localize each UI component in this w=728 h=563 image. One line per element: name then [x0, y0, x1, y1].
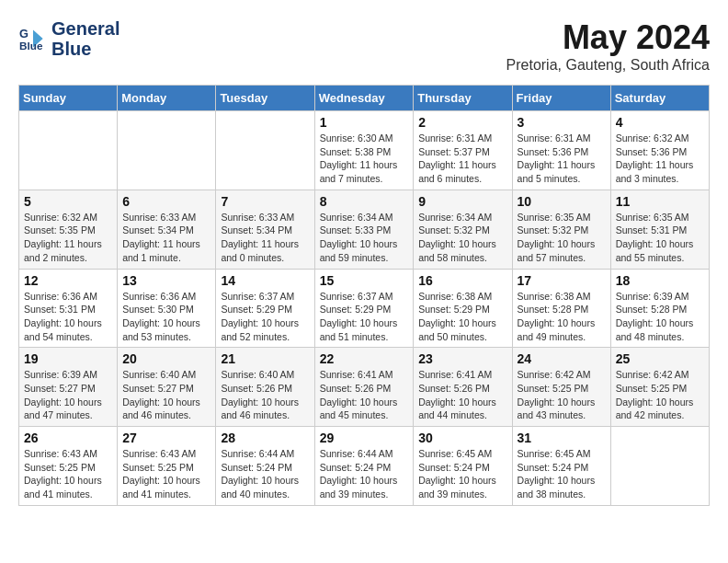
day-number: 3	[518, 115, 606, 130]
day-number: 30	[418, 431, 506, 445]
calendar-cell: 16Sunrise: 6:38 AMSunset: 5:29 PMDayligh…	[414, 269, 512, 348]
calendar-cell: 24Sunrise: 6:42 AMSunset: 5:25 PMDayligh…	[512, 348, 610, 427]
calendar-cell	[19, 111, 118, 190]
day-number: 21	[221, 351, 309, 366]
day-info: Sunrise: 6:33 AMSunset: 5:34 PMDaylight:…	[221, 211, 309, 265]
calendar-cell: 30Sunrise: 6:45 AMSunset: 5:24 PMDayligh…	[414, 427, 512, 506]
day-info: Sunrise: 6:34 AMSunset: 5:33 PMDaylight:…	[320, 211, 409, 265]
weekday-header-saturday: Saturday	[610, 86, 709, 111]
day-info: Sunrise: 6:33 AMSunset: 5:34 PMDaylight:…	[122, 211, 210, 265]
calendar-cell: 19Sunrise: 6:39 AMSunset: 5:27 PMDayligh…	[19, 348, 118, 427]
day-number: 24	[518, 351, 606, 366]
calendar-cell: 23Sunrise: 6:41 AMSunset: 5:26 PMDayligh…	[414, 348, 512, 427]
calendar-week-4: 19Sunrise: 6:39 AMSunset: 5:27 PMDayligh…	[19, 348, 710, 427]
calendar-table: SundayMondayTuesdayWednesdayThursdayFrid…	[18, 85, 710, 506]
calendar-cell: 14Sunrise: 6:37 AMSunset: 5:29 PMDayligh…	[216, 269, 314, 348]
calendar-cell: 21Sunrise: 6:40 AMSunset: 5:26 PMDayligh…	[216, 348, 314, 427]
calendar-cell: 28Sunrise: 6:44 AMSunset: 5:24 PMDayligh…	[216, 427, 314, 506]
day-info: Sunrise: 6:37 AMSunset: 5:29 PMDaylight:…	[221, 290, 309, 344]
day-number: 1	[320, 115, 409, 130]
day-number: 15	[320, 273, 409, 288]
day-number: 26	[24, 431, 112, 445]
weekday-header-friday: Friday	[512, 86, 610, 111]
calendar-cell: 26Sunrise: 6:43 AMSunset: 5:25 PMDayligh…	[19, 427, 118, 506]
day-number: 29	[320, 431, 409, 445]
logo-icon: G Blue	[18, 24, 48, 53]
calendar-cell: 13Sunrise: 6:36 AMSunset: 5:30 PMDayligh…	[118, 269, 216, 348]
calendar-cell: 8Sunrise: 6:34 AMSunset: 5:33 PMDaylight…	[314, 190, 414, 269]
title-area: May 2024 Pretoria, Gauteng, South Africa	[506, 18, 710, 74]
day-number: 2	[418, 115, 506, 130]
svg-text:Blue: Blue	[19, 40, 43, 52]
weekday-header-thursday: Thursday	[414, 86, 512, 111]
calendar-cell: 22Sunrise: 6:41 AMSunset: 5:26 PMDayligh…	[314, 348, 414, 427]
calendar-cell: 9Sunrise: 6:34 AMSunset: 5:32 PMDaylight…	[414, 190, 512, 269]
calendar-week-5: 26Sunrise: 6:43 AMSunset: 5:25 PMDayligh…	[19, 427, 710, 506]
day-info: Sunrise: 6:43 AMSunset: 5:25 PMDaylight:…	[122, 447, 210, 501]
day-info: Sunrise: 6:42 AMSunset: 5:25 PMDaylight:…	[518, 368, 606, 422]
day-number: 12	[24, 273, 112, 288]
subtitle: Pretoria, Gauteng, South Africa	[506, 57, 710, 74]
day-info: Sunrise: 6:41 AMSunset: 5:26 PMDaylight:…	[320, 368, 409, 422]
day-info: Sunrise: 6:35 AMSunset: 5:32 PMDaylight:…	[518, 211, 606, 265]
header: G Blue General Blue May 2024 Pretoria, G…	[18, 18, 710, 74]
day-number: 28	[221, 431, 309, 445]
weekday-header-tuesday: Tuesday	[216, 86, 314, 111]
day-number: 20	[122, 351, 210, 366]
day-info: Sunrise: 6:30 AMSunset: 5:38 PMDaylight:…	[320, 132, 409, 186]
day-info: Sunrise: 6:34 AMSunset: 5:32 PMDaylight:…	[418, 211, 506, 265]
calendar-cell: 6Sunrise: 6:33 AMSunset: 5:34 PMDaylight…	[118, 190, 216, 269]
day-number: 13	[122, 273, 210, 288]
day-info: Sunrise: 6:43 AMSunset: 5:25 PMDaylight:…	[24, 447, 112, 501]
logo: G Blue General Blue	[18, 18, 119, 59]
weekday-header-sunday: Sunday	[19, 86, 118, 111]
day-info: Sunrise: 6:32 AMSunset: 5:36 PMDaylight:…	[616, 132, 704, 186]
day-info: Sunrise: 6:39 AMSunset: 5:28 PMDaylight:…	[616, 290, 704, 344]
day-info: Sunrise: 6:42 AMSunset: 5:25 PMDaylight:…	[616, 368, 704, 422]
calendar-cell: 17Sunrise: 6:38 AMSunset: 5:28 PMDayligh…	[512, 269, 610, 348]
calendar-cell: 4Sunrise: 6:32 AMSunset: 5:36 PMDaylight…	[610, 111, 709, 190]
day-info: Sunrise: 6:41 AMSunset: 5:26 PMDaylight:…	[418, 368, 506, 422]
day-number: 6	[122, 194, 210, 209]
day-info: Sunrise: 6:39 AMSunset: 5:27 PMDaylight:…	[24, 368, 112, 422]
calendar-week-1: 1Sunrise: 6:30 AMSunset: 5:38 PMDaylight…	[19, 111, 710, 190]
calendar-cell	[216, 111, 314, 190]
day-info: Sunrise: 6:38 AMSunset: 5:28 PMDaylight:…	[518, 290, 606, 344]
day-info: Sunrise: 6:35 AMSunset: 5:31 PMDaylight:…	[616, 211, 704, 265]
day-number: 17	[518, 273, 606, 288]
day-number: 25	[616, 351, 704, 366]
day-number: 7	[221, 194, 309, 209]
day-number: 18	[616, 273, 704, 288]
day-number: 5	[24, 194, 112, 209]
calendar-cell: 15Sunrise: 6:37 AMSunset: 5:29 PMDayligh…	[314, 269, 414, 348]
calendar-cell: 25Sunrise: 6:42 AMSunset: 5:25 PMDayligh…	[610, 348, 709, 427]
day-number: 23	[418, 351, 506, 366]
calendar-cell: 2Sunrise: 6:31 AMSunset: 5:37 PMDaylight…	[414, 111, 512, 190]
logo-line1: General	[51, 18, 119, 39]
logo-line2: Blue	[51, 39, 119, 59]
calendar-body: 1Sunrise: 6:30 AMSunset: 5:38 PMDaylight…	[19, 111, 710, 506]
day-info: Sunrise: 6:31 AMSunset: 5:36 PMDaylight:…	[518, 132, 606, 186]
day-info: Sunrise: 6:37 AMSunset: 5:29 PMDaylight:…	[320, 290, 409, 344]
day-info: Sunrise: 6:44 AMSunset: 5:24 PMDaylight:…	[320, 447, 409, 501]
day-number: 14	[221, 273, 309, 288]
day-info: Sunrise: 6:44 AMSunset: 5:24 PMDaylight:…	[221, 447, 309, 501]
calendar-cell: 7Sunrise: 6:33 AMSunset: 5:34 PMDaylight…	[216, 190, 314, 269]
calendar-cell: 31Sunrise: 6:45 AMSunset: 5:24 PMDayligh…	[512, 427, 610, 506]
day-number: 11	[616, 194, 704, 209]
weekday-header-monday: Monday	[118, 86, 216, 111]
day-info: Sunrise: 6:38 AMSunset: 5:29 PMDaylight:…	[418, 290, 506, 344]
svg-text:G: G	[19, 27, 28, 40]
calendar-cell: 18Sunrise: 6:39 AMSunset: 5:28 PMDayligh…	[610, 269, 709, 348]
calendar-cell: 27Sunrise: 6:43 AMSunset: 5:25 PMDayligh…	[118, 427, 216, 506]
calendar-cell: 29Sunrise: 6:44 AMSunset: 5:24 PMDayligh…	[314, 427, 414, 506]
weekday-header-row: SundayMondayTuesdayWednesdayThursdayFrid…	[19, 86, 710, 111]
day-number: 22	[320, 351, 409, 366]
day-info: Sunrise: 6:31 AMSunset: 5:37 PMDaylight:…	[418, 132, 506, 186]
day-number: 4	[616, 115, 704, 130]
calendar-cell: 5Sunrise: 6:32 AMSunset: 5:35 PMDaylight…	[19, 190, 118, 269]
day-info: Sunrise: 6:36 AMSunset: 5:30 PMDaylight:…	[122, 290, 210, 344]
day-info: Sunrise: 6:45 AMSunset: 5:24 PMDaylight:…	[518, 447, 606, 501]
day-number: 31	[518, 431, 606, 445]
calendar-cell: 20Sunrise: 6:40 AMSunset: 5:27 PMDayligh…	[118, 348, 216, 427]
